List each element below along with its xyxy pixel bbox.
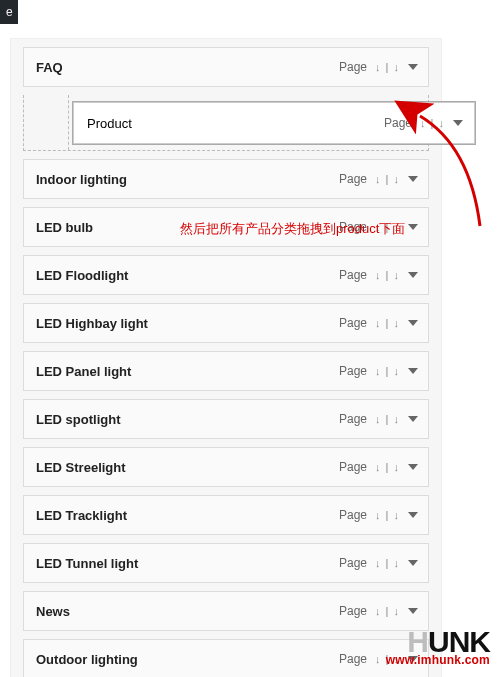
expand-caret-icon[interactable] (408, 560, 418, 566)
menu-item-title: LED Floodlight (36, 268, 128, 283)
sub-indicator-icon: ↓ | ↓ (375, 269, 400, 281)
menu-item-faq[interactable]: FAQ Page ↓ | ↓ (23, 47, 429, 87)
sub-indicator-icon: ↓ | ↓ (375, 461, 400, 473)
sub-indicator-icon: ↓ | ↓ (375, 173, 400, 185)
menu-item-meta: Page ↓ | ↓ (339, 508, 418, 522)
watermark: HUNK www.imhunk.com (386, 628, 490, 667)
menu-item-title: LED spotlight (36, 412, 121, 427)
menu-item[interactable]: LED Tracklight Page ↓ | ↓ (23, 495, 429, 535)
menu-item-meta: Page ↓ | ↓ (339, 172, 418, 186)
menu-item-meta: Page ↓ | ↓ (339, 364, 418, 378)
menu-item-title: LED Panel light (36, 364, 131, 379)
expand-caret-icon[interactable] (408, 224, 418, 230)
sub-indicator-icon: ↓ | ↓ (420, 117, 445, 129)
sub-indicator-icon: ↓ | ↓ (375, 509, 400, 521)
menu-item-product[interactable]: Product Page ↓ | ↓ (72, 101, 476, 145)
menu-item-type: Page (339, 268, 367, 282)
menu-item-type: Page (339, 172, 367, 186)
menu-item-title: LED Streelight (36, 460, 126, 475)
sub-indicator-icon: ↓ | ↓ (375, 61, 400, 73)
sub-indicator-icon: ↓ | ↓ (375, 413, 400, 425)
menu-item[interactable]: LED Streelight Page ↓ | ↓ (23, 447, 429, 487)
drop-placeholder: Product Page ↓ | ↓ (23, 95, 429, 151)
sub-indicator-icon: ↓ | ↓ (375, 365, 400, 377)
expand-caret-icon[interactable] (408, 368, 418, 374)
expand-caret-icon[interactable] (453, 120, 463, 126)
menu-item-title: LED bulb (36, 220, 93, 235)
menu-item-meta: Page ↓ | ↓ (339, 556, 418, 570)
expand-caret-icon[interactable] (408, 320, 418, 326)
menu-item-title: FAQ (36, 60, 63, 75)
menu-item-type: Page (339, 316, 367, 330)
expand-caret-icon[interactable] (408, 176, 418, 182)
menu-item[interactable]: LED Panel light Page ↓ | ↓ (23, 351, 429, 391)
admin-bar-fragment: e (0, 0, 18, 24)
menu-item-meta: Page ↓ | ↓ (339, 460, 418, 474)
menu-item[interactable]: LED Tunnel light Page ↓ | ↓ (23, 543, 429, 583)
menu-item-type: Page (339, 604, 367, 618)
expand-caret-icon[interactable] (408, 512, 418, 518)
expand-caret-icon[interactable] (408, 608, 418, 614)
menu-item-meta: Page ↓ | ↓ (384, 116, 463, 130)
menu-item-type: Page (339, 508, 367, 522)
expand-caret-icon[interactable] (408, 272, 418, 278)
menu-item[interactable]: Indoor lighting Page ↓ | ↓ (23, 159, 429, 199)
menu-item-title: LED Tunnel light (36, 556, 138, 571)
menu-item-type: Page (339, 652, 367, 666)
menu-item[interactable]: LED Floodlight Page ↓ | ↓ (23, 255, 429, 295)
menu-item-title: Outdoor lighting (36, 652, 138, 667)
watermark-url: www.imhunk.com (386, 653, 490, 667)
menu-item-meta: Page ↓ | ↓ (339, 268, 418, 282)
menu-item-meta: Page ↓ | ↓ (339, 604, 418, 618)
watermark-logo: HUNK (386, 628, 490, 655)
menu-item-meta: Page ↓ | ↓ (339, 60, 418, 74)
expand-caret-icon[interactable] (408, 64, 418, 70)
menu-item-type: Page (339, 412, 367, 426)
menu-item-meta: Page ↓ | ↓ (339, 316, 418, 330)
menu-item-title: News (36, 604, 70, 619)
expand-caret-icon[interactable] (408, 464, 418, 470)
menu-item-title: Indoor lighting (36, 172, 127, 187)
sub-indicator-icon: ↓ | ↓ (375, 317, 400, 329)
sub-indicator-icon: ↓ | ↓ (375, 557, 400, 569)
menu-item-title: LED Highbay light (36, 316, 148, 331)
menu-items-list: FAQ Page ↓ | ↓ Product Page ↓ | ↓ Indoor… (11, 47, 441, 677)
menu-item[interactable]: Outdoor lighting Page ↓ | ↓ (23, 639, 429, 677)
menu-item[interactable]: News Page ↓ | ↓ (23, 591, 429, 631)
menu-item-type: Page (339, 556, 367, 570)
menu-structure-panel: FAQ Page ↓ | ↓ Product Page ↓ | ↓ Indoor… (10, 38, 442, 677)
annotation-text: 然后把所有产品分类拖拽到product下面 (180, 220, 405, 238)
menu-item-type: Page (339, 364, 367, 378)
menu-item-meta: Page ↓ | ↓ (339, 412, 418, 426)
menu-item-type: Page (339, 460, 367, 474)
menu-item[interactable]: LED Highbay light Page ↓ | ↓ (23, 303, 429, 343)
menu-item-title: LED Tracklight (36, 508, 127, 523)
menu-item[interactable]: LED spotlight Page ↓ | ↓ (23, 399, 429, 439)
menu-item-type: Page (384, 116, 412, 130)
expand-caret-icon[interactable] (408, 416, 418, 422)
menu-item-title: Product (87, 116, 132, 131)
menu-item-type: Page (339, 60, 367, 74)
sub-indicator-icon: ↓ | ↓ (375, 605, 400, 617)
